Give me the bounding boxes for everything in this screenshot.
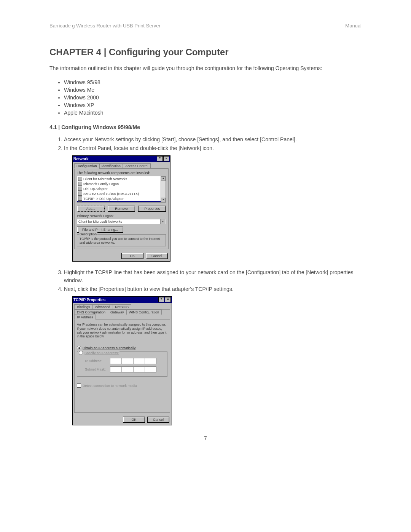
- client-icon: [78, 182, 82, 186]
- tab-gateway[interactable]: Gateway: [108, 310, 127, 315]
- ip-address-input[interactable]: [110, 358, 156, 364]
- adapter-icon: [78, 187, 82, 191]
- close-button[interactable]: ×: [165, 297, 171, 302]
- tab-wins[interactable]: WINS Configuration: [126, 310, 162, 315]
- list-label: The following network components are ins…: [77, 171, 166, 175]
- description-label: Description: [79, 232, 97, 236]
- tab-access-control[interactable]: Access Control: [123, 163, 151, 168]
- client-icon: [78, 177, 82, 181]
- scrollbar[interactable]: ▲ ▼: [161, 176, 166, 202]
- list-item: Windows 95/98: [64, 79, 362, 85]
- dialog-title: Network: [73, 157, 88, 161]
- ok-button[interactable]: OK: [123, 417, 145, 423]
- list-item: Windows 2000: [64, 94, 362, 101]
- add-button[interactable]: Add...: [77, 206, 105, 212]
- radio-obtain-auto[interactable]: Obtain an IP address automatically: [77, 346, 167, 350]
- logon-label: Primary Network Logon:: [77, 214, 166, 218]
- tab-identification[interactable]: Identification: [99, 163, 123, 168]
- list-item: TCP/IP -> SMC EZ Card 10/100 (SMC1211TX): [83, 202, 155, 203]
- help-button[interactable]: ?: [157, 156, 163, 161]
- step-item: Access your Network settings by clicking…: [64, 136, 362, 144]
- list-item: SMC EZ Card 10/100 (SMC1211TX): [83, 192, 139, 196]
- os-list: Windows 95/98 Windows Me Windows 2000 Wi…: [64, 79, 362, 116]
- ok-button[interactable]: OK: [121, 253, 143, 259]
- intro-text: The information outlined in this chapter…: [49, 64, 362, 72]
- header-right: Manual: [345, 23, 362, 29]
- page-header: Barricade g Wireless Router with USB Pri…: [49, 23, 362, 29]
- protocol-icon: [78, 197, 82, 201]
- subnet-mask-input[interactable]: [110, 366, 156, 372]
- step-item: Highlight the TCP/IP line that has been …: [64, 268, 362, 284]
- tab-netbios[interactable]: NetBIOS: [113, 304, 132, 309]
- adapter-icon: [78, 192, 82, 196]
- logon-combo[interactable]: Client for Microsoft Networks: [77, 219, 166, 224]
- title-bar: TCP/IP Properties ? ×: [73, 297, 172, 303]
- chapter-title: CHAPTER 4 | Configuring your Computer: [49, 47, 362, 58]
- radio-label: Obtain an IP address automatically: [83, 346, 135, 350]
- detect-checkbox[interactable]: Detect connection to network media: [77, 383, 167, 388]
- network-dialog: Network ? × Configuration Identification…: [72, 155, 170, 262]
- step-item: Next, click the [Properties] button to v…: [64, 285, 362, 293]
- ip-address-label: IP Address:: [85, 359, 108, 363]
- detect-label: Detect connection to network media: [83, 384, 137, 388]
- protocol-icon: [78, 201, 82, 203]
- steps-list-2: Highlight the TCP/IP line that has been …: [64, 268, 362, 293]
- radio-label: Specify an IP address:: [84, 351, 119, 355]
- list-item: Dial-Up Adapter: [83, 187, 108, 191]
- page-number: 7: [49, 435, 362, 441]
- header-left: Barricade g Wireless Router with USB Pri…: [49, 23, 161, 29]
- scroll-down-icon[interactable]: ▼: [161, 198, 166, 202]
- remove-button[interactable]: Remove: [108, 206, 135, 212]
- components-listbox[interactable]: Client for Microsoft Networks Microsoft …: [77, 176, 166, 203]
- description-text: TCP/IP is the protocol you use to connec…: [80, 237, 163, 244]
- list-item: Apple Macintosh: [64, 110, 362, 116]
- file-print-sharing-button[interactable]: File and Print Sharing...: [77, 227, 123, 233]
- list-item: Windows Me: [64, 87, 362, 93]
- list-item: Client for Microsoft Networks: [83, 177, 127, 181]
- list-item: Windows XP: [64, 102, 362, 108]
- list-item: Microsoft Family Logon: [83, 182, 119, 186]
- section-heading: 4.1 | Configuring Windows 95/98/Me: [49, 124, 362, 130]
- step-item: In the Control Panel, locate and double-…: [64, 144, 362, 152]
- radio-specify[interactable]: Specify an IP address:: [78, 351, 119, 355]
- tab-configuration[interactable]: Configuration: [74, 163, 99, 169]
- cancel-button[interactable]: Cancel: [147, 417, 169, 423]
- tab-bindings[interactable]: Bindings: [74, 304, 93, 309]
- list-item: TCP/IP -> Dial-Up Adapter: [83, 197, 124, 201]
- title-bar: Network ? ×: [73, 156, 170, 162]
- cancel-button[interactable]: Cancel: [146, 253, 168, 259]
- scroll-up-icon[interactable]: ▲: [161, 176, 166, 181]
- close-button[interactable]: ×: [163, 156, 169, 161]
- steps-list-1: Access your Network settings by clicking…: [64, 136, 362, 152]
- properties-button[interactable]: Properties: [138, 206, 166, 212]
- info-text: An IP address can be automatically assig…: [77, 323, 167, 338]
- help-button[interactable]: ?: [158, 297, 164, 302]
- tab-dns[interactable]: DNS Configuration: [74, 310, 108, 315]
- tcpip-dialog: TCP/IP Properties ? × Bindings Advanced …: [72, 296, 172, 425]
- tab-ipaddress[interactable]: IP Address: [74, 315, 96, 320]
- tab-advanced[interactable]: Advanced: [92, 304, 113, 309]
- subnet-mask-label: Subnet Mask:: [85, 367, 108, 371]
- dialog-title: TCP/IP Properties: [73, 298, 105, 302]
